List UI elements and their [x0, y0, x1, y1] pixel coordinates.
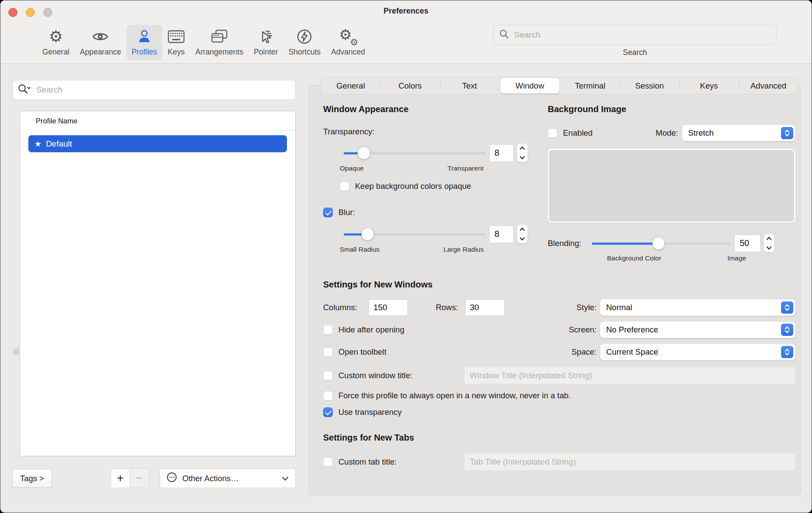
rows-field[interactable]	[465, 299, 505, 316]
toolbar-item-label: Shortcuts	[288, 48, 321, 57]
custom-window-title-checkbox[interactable]	[323, 371, 333, 380]
window-tab-panel: Window Appearance Background Image Trans…	[308, 85, 801, 496]
toolbar: ⚙ General Appearance Profiles Keys	[0, 21, 812, 63]
stepper-down-icon[interactable]	[764, 243, 774, 253]
toolbar-search: Search	[493, 25, 777, 57]
star-icon: ★	[34, 140, 41, 148]
add-remove-group: + −	[111, 469, 149, 488]
blending-stepper[interactable]	[764, 234, 774, 253]
minimize-button[interactable]	[26, 8, 35, 17]
blur-value-field[interactable]	[489, 226, 514, 243]
traffic-lights	[8, 8, 52, 17]
keep-bg-opaque-checkbox[interactable]	[340, 181, 349, 191]
windows-icon	[211, 28, 228, 45]
person-icon	[137, 28, 151, 45]
force-new-window-label: Force this profile to always open in a n…	[338, 391, 571, 400]
other-actions-dropdown[interactable]: Other Actions…	[160, 469, 296, 488]
bg-image-mode-label: Mode:	[656, 128, 678, 138]
close-button[interactable]	[8, 8, 17, 17]
slider-min-label: Opaque	[340, 164, 364, 172]
blur-stepper[interactable]	[517, 225, 528, 243]
stepper-up-icon[interactable]	[517, 225, 528, 234]
custom-window-title-field[interactable]	[464, 367, 795, 384]
rows-label: Rows:	[436, 303, 458, 312]
lightning-circle-icon	[297, 28, 312, 45]
tab-colors[interactable]: Colors	[380, 77, 440, 94]
search-menu-icon[interactable]	[17, 83, 32, 96]
bg-image-mode-select[interactable]: Stretch	[682, 125, 795, 141]
slider-thumb[interactable]	[652, 237, 665, 250]
eye-icon	[92, 28, 109, 45]
profile-list-body[interactable]: ★ Default	[20, 130, 295, 456]
sidebar-search-input[interactable]	[35, 85, 291, 95]
window-chrome: Preferences ⚙ General Appearance Profile…	[0, 0, 812, 64]
tab-session[interactable]: Session	[620, 77, 679, 94]
tab-general[interactable]: General	[321, 77, 380, 94]
columns-label: Columns:	[323, 303, 357, 312]
blur-slider[interactable]	[344, 228, 486, 241]
tab-advanced[interactable]: Advanced	[739, 77, 798, 94]
tab-terminal[interactable]: Terminal	[560, 77, 620, 94]
open-toolbelt-checkbox[interactable]	[323, 347, 333, 357]
blending-slider[interactable]	[592, 237, 731, 250]
slider-max-label: Image	[727, 254, 746, 262]
space-select[interactable]: Current Space	[600, 344, 795, 360]
stepper-down-icon[interactable]	[517, 234, 528, 243]
profile-row-default[interactable]: ★ Default	[28, 135, 287, 152]
profile-list-header: Profile Name	[20, 111, 295, 130]
sidebar-search-field[interactable]	[12, 80, 296, 100]
transparency-value-field[interactable]	[489, 144, 514, 162]
hide-after-opening-checkbox[interactable]	[323, 325, 333, 335]
profiles-sidebar: Profile Name ★ Default Tags > + −	[12, 64, 296, 506]
splitter-handle-dot[interactable]	[13, 348, 20, 356]
force-new-window-checkbox[interactable]	[323, 391, 333, 400]
profile-tab-bar: General Colors Text Window Terminal Sess…	[321, 77, 798, 95]
custom-tab-title-field[interactable]	[464, 453, 795, 471]
screen-select[interactable]: No Preference	[600, 321, 795, 338]
toolbar-item-advanced[interactable]: ⚙⚙ Advanced	[326, 25, 370, 60]
toolbar-item-profiles[interactable]: Profiles	[126, 25, 162, 60]
tab-window[interactable]: Window	[500, 78, 560, 93]
toolbar-item-general[interactable]: ⚙ General	[37, 25, 75, 60]
ellipsis-circle-icon	[166, 472, 177, 485]
style-select[interactable]: Normal	[600, 299, 795, 316]
background-image-section: Enabled Mode: Stretch	[548, 114, 795, 262]
use-transparency-checkbox[interactable]	[323, 407, 333, 417]
toolbar-item-appearance[interactable]: Appearance	[75, 25, 126, 60]
tags-button[interactable]: Tags >	[12, 469, 52, 488]
bg-image-enabled-checkbox[interactable]	[548, 128, 557, 138]
custom-tab-title-checkbox[interactable]	[323, 457, 333, 467]
tab-keys[interactable]: Keys	[679, 77, 739, 94]
toolbar-item-shortcuts[interactable]: Shortcuts	[283, 25, 326, 60]
bg-image-preview-well[interactable]	[548, 149, 795, 223]
remove-profile-button[interactable]: −	[130, 469, 149, 488]
columns-field[interactable]	[368, 299, 408, 316]
zoom-button[interactable]	[43, 8, 52, 17]
stepper-up-icon[interactable]	[517, 144, 528, 153]
add-profile-button[interactable]: +	[111, 469, 130, 488]
toolbar-item-arrangements[interactable]: Arrangements	[190, 25, 249, 60]
stepper-up-icon[interactable]	[764, 234, 774, 243]
profile-detail-wrap: General Colors Text Window Terminal Sess…	[308, 85, 801, 496]
hide-after-opening-label: Hide after opening	[338, 325, 404, 335]
blending-value-field[interactable]	[734, 235, 761, 252]
other-actions-label: Other Actions…	[182, 474, 239, 483]
transparency-slider[interactable]	[344, 147, 486, 160]
search-icon	[499, 29, 509, 41]
slider-min-label: Background Color	[607, 254, 661, 262]
slider-thumb[interactable]	[362, 228, 374, 240]
select-value: Normal	[606, 303, 632, 312]
toolbar-search-field[interactable]	[493, 25, 777, 45]
open-toolbelt-label: Open toolbelt	[338, 347, 386, 357]
stepper-down-icon[interactable]	[517, 153, 528, 162]
toolbar-item-pointer[interactable]: Pointer	[249, 25, 283, 60]
toolbar-search-label: Search	[623, 48, 647, 57]
toolbar-item-keys[interactable]: Keys	[162, 25, 190, 60]
slider-thumb[interactable]	[358, 147, 370, 159]
slider-min-label: Small Radius	[340, 246, 379, 253]
transparency-stepper[interactable]	[517, 144, 528, 162]
toolbar-search-input[interactable]	[513, 30, 771, 40]
tab-text[interactable]: Text	[440, 77, 499, 94]
titlebar[interactable]: Preferences	[0, 0, 812, 21]
blur-checkbox[interactable]	[323, 208, 333, 217]
